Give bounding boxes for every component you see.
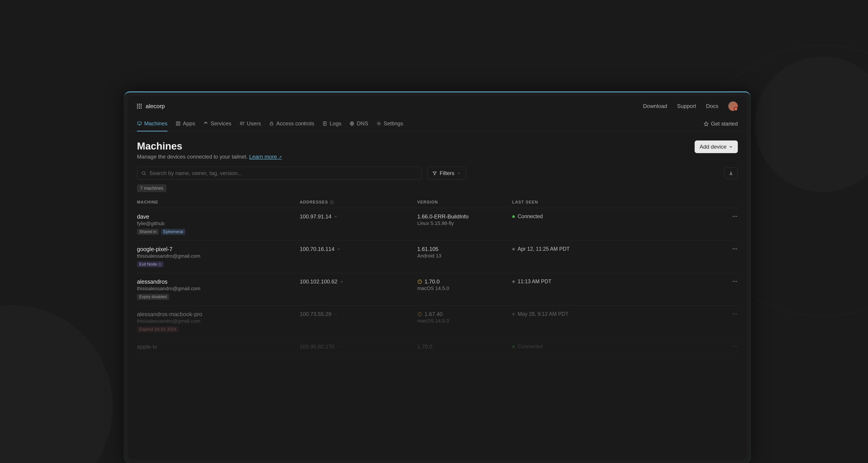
table-row[interactable]: alessandros-macbook-pro thisisalessandro… <box>137 306 738 338</box>
address-cell[interactable]: 100.73.55.29 <box>300 311 417 317</box>
table-row[interactable]: dave fylie@github Shared inEphemeral 100… <box>137 208 738 240</box>
nav-tabs: Machines Apps Services Users Access cont… <box>128 116 747 131</box>
os-value: macOS 14.5.0 <box>417 286 512 291</box>
tab-machines[interactable]: Machines <box>137 116 167 131</box>
svg-rect-6 <box>270 123 273 125</box>
org-name[interactable]: alecorp <box>146 103 165 110</box>
tab-logs-label: Logs <box>330 121 341 127</box>
machine-name: google-pixel-7 <box>137 246 300 253</box>
tab-access-label: Access controls <box>276 121 314 127</box>
table-header: MACHINE ADDRESSES i VERSION LAST SEEN <box>137 197 738 208</box>
services-icon <box>203 121 208 126</box>
star-icon <box>704 121 709 126</box>
address-cell[interactable]: 100.70.16.114 <box>300 246 417 252</box>
table-row[interactable]: alessandros thisisalessandro@gmail.com E… <box>137 273 738 306</box>
svg-point-5 <box>241 122 242 124</box>
svg-point-26 <box>735 346 735 347</box>
col-version: VERSION <box>417 200 512 205</box>
chevron-down-icon <box>334 312 338 316</box>
machines-icon <box>137 121 142 126</box>
get-started-button[interactable]: Get started <box>704 121 738 127</box>
tab-services-label: Services <box>211 121 231 127</box>
chevron-down-icon <box>729 145 733 149</box>
table-row[interactable]: google-pixel-7 thisisalessandro@gmail.co… <box>137 240 738 273</box>
tab-users[interactable]: Users <box>239 116 261 131</box>
badge-expired: Expired Jul 10, 2024 <box>137 326 179 332</box>
os-value: Linux 5.15.98-fly <box>417 221 512 226</box>
chevron-down-icon <box>457 171 461 175</box>
last-seen-cell: Connected <box>512 213 720 220</box>
row-actions-button[interactable] <box>720 278 738 284</box>
add-device-button[interactable]: Add device <box>694 140 738 153</box>
machine-owner: thisisalessandro@gmail.com <box>137 318 300 324</box>
search-icon <box>141 171 146 176</box>
tab-services[interactable]: Services <box>203 116 231 131</box>
svg-point-22 <box>733 313 734 315</box>
download-link[interactable]: Download <box>643 103 667 109</box>
svg-rect-1 <box>176 122 178 123</box>
address-cell[interactable]: 100.97.91.14 <box>300 213 417 220</box>
svg-point-14 <box>733 249 734 249</box>
svg-point-10 <box>142 172 145 174</box>
machine-cell: google-pixel-7 thisisalessandro@gmail.co… <box>137 246 300 267</box>
tab-users-label: Users <box>247 121 261 127</box>
row-actions-button[interactable] <box>720 213 738 219</box>
row-actions-button[interactable] <box>720 311 738 317</box>
export-button[interactable] <box>724 167 738 179</box>
status-dot <box>512 248 515 251</box>
add-device-label: Add device <box>700 144 726 150</box>
version-cell: 1.67.40 macOS 14.5.0 <box>417 311 512 324</box>
page-title: Machines <box>137 140 282 152</box>
more-icon <box>732 213 738 219</box>
tab-access-controls[interactable]: Access controls <box>269 116 314 131</box>
row-actions-button[interactable] <box>720 246 738 252</box>
filters-button[interactable]: Filters <box>427 167 466 180</box>
os-value: macOS 14.5.0 <box>417 318 512 324</box>
last-seen-cell: Connected <box>512 343 720 350</box>
svg-point-9 <box>378 123 379 124</box>
filters-label: Filters <box>440 170 454 176</box>
svg-rect-0 <box>138 122 142 125</box>
svg-point-12 <box>735 216 735 217</box>
search-input[interactable] <box>149 170 417 176</box>
col-last-seen: LAST SEEN <box>512 200 720 205</box>
globe-icon <box>349 121 354 126</box>
count-row: 7 machines <box>128 184 747 197</box>
filter-icon <box>432 171 437 175</box>
tab-apps[interactable]: Apps <box>176 116 195 131</box>
docs-link[interactable]: Docs <box>706 103 718 109</box>
status-dot <box>512 313 515 316</box>
machine-name: apple-tv <box>137 343 300 350</box>
svg-point-16 <box>736 249 737 249</box>
machine-owner: thisisalessandro@gmail.com <box>137 253 300 259</box>
address-cell[interactable]: 100.90.80.170 <box>300 343 417 350</box>
status-dot <box>512 215 515 218</box>
support-link[interactable]: Support <box>677 103 696 109</box>
page-subtitle-text: Manage the devices connected to your tai… <box>137 154 249 160</box>
learn-more-link[interactable]: Learn more ↗ <box>249 154 282 160</box>
svg-point-15 <box>735 249 735 249</box>
info-icon[interactable]: i <box>330 200 334 204</box>
last-seen-value: May 28, 9:12 AM PDT <box>518 311 568 317</box>
last-seen-value: Connected <box>518 343 543 350</box>
logs-icon <box>322 121 327 126</box>
svg-point-24 <box>736 313 737 315</box>
avatar[interactable] <box>728 101 738 111</box>
address-cell[interactable]: 100.102.100.62 <box>300 278 417 285</box>
svg-rect-2 <box>179 122 180 123</box>
last-seen-cell: Apr 12, 11:25 AM PDT <box>512 246 720 252</box>
external-link-icon: ↗ <box>278 155 282 160</box>
tab-machines-label: Machines <box>144 121 167 127</box>
table-row[interactable]: apple-tv 100.90.80.170 1.70.0 Connected <box>137 338 738 356</box>
tab-logs[interactable]: Logs <box>322 116 341 131</box>
badge-expiry-disabled: Expiry disabled <box>137 294 169 300</box>
tab-dns[interactable]: DNS <box>349 116 368 131</box>
tab-apps-label: Apps <box>183 121 195 127</box>
svg-rect-4 <box>179 124 180 125</box>
version-cell: 1.61.105 Android 13 <box>417 246 512 259</box>
row-actions-button[interactable] <box>720 343 738 350</box>
search-box[interactable] <box>137 167 422 180</box>
machine-cell: dave fylie@github Shared inEphemeral <box>137 213 300 235</box>
tab-settings[interactable]: Settings <box>376 116 403 131</box>
machine-owner: thisisalessandro@gmail.com <box>137 286 300 292</box>
